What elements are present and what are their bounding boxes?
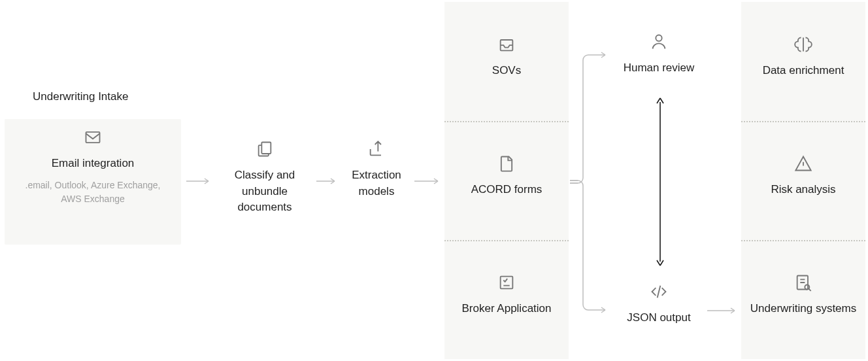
json-output-node: JSON output [613,283,705,326]
data-enrichment-label: Data enrichment [763,63,844,79]
svg-point-11 [805,285,809,290]
sovs-label: SOVs [492,63,521,79]
broker-label: Broker Application [461,301,551,317]
section-title: Underwriting Intake [33,90,128,103]
email-integration-sublabel: .email, Outlook, Azure Exchange, AWS Exc… [21,179,165,206]
human-review-label: Human review [624,60,695,77]
code-icon [650,283,668,301]
share-icon [367,140,386,158]
extraction-node: Extraction models [337,140,416,199]
extraction-label: Extraction models [337,167,416,199]
sovs-node: SOVs [444,35,569,79]
column-divider [741,240,865,241]
svg-rect-0 [86,132,100,143]
brain-icon [794,35,812,54]
data-enrichment-node: Data enrichment [741,35,865,79]
column-divider [444,121,569,122]
underwriting-systems-label: Underwriting systems [750,301,857,317]
alert-triangle-icon [794,154,812,173]
risk-analysis-label: Risk analysis [771,182,835,198]
column-divider [444,240,569,241]
copy-icon [256,140,274,158]
svg-rect-6 [501,277,513,289]
mail-icon [84,128,102,146]
file-icon [497,154,516,173]
arrow-icon [186,180,212,182]
risk-analysis-node: Risk analysis [741,154,865,198]
file-search-icon [794,273,812,292]
broker-node: Broker Application [444,273,569,317]
double-arrow-vertical-icon [657,98,663,266]
person-icon [650,33,668,51]
branch-arrow-up-icon [570,52,610,190]
acord-node: ACORD forms [444,154,569,198]
arrow-icon [707,310,740,311]
column-divider [741,121,865,122]
acord-label: ACORD forms [471,182,542,198]
underwriting-systems-node: Underwriting systems [741,273,865,317]
email-integration-label: Email integration [52,156,135,172]
form-icon [497,273,516,292]
svg-point-7 [656,35,661,41]
classify-node: Classify and unbundle documents [216,140,314,216]
branch-arrow-down-icon [570,180,610,318]
human-review-node: Human review [613,33,705,77]
arrow-icon [414,180,443,182]
inbox-icon [497,35,516,54]
json-output-label: JSON output [627,310,690,326]
svg-rect-2 [261,143,271,154]
classify-label: Classify and unbundle documents [216,167,314,216]
email-integration-node: Email integration .email, Outlook, Azure… [5,128,181,206]
